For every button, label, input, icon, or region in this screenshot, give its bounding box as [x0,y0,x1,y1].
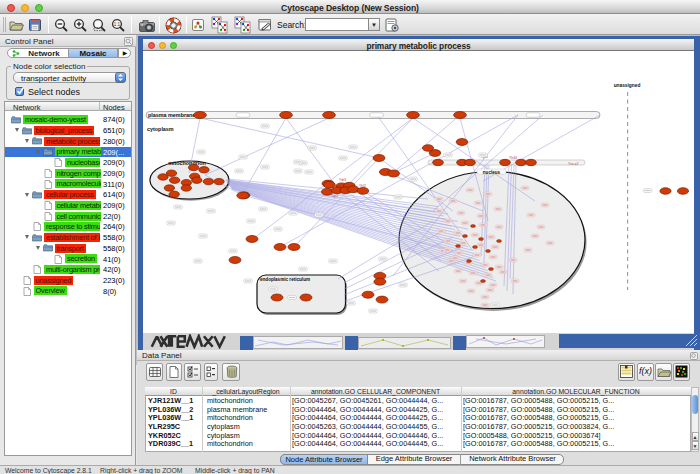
svg-text:Yxx-x2: Yxx-x2 [568,162,578,166]
svg-text:cytoplasm: cytoplasm [147,126,174,132]
svg-text:1:1: 1:1 [114,22,121,27]
svg-text:plasma membrane: plasma membrane [148,112,195,118]
svg-text:Ydr3: Ydr3 [339,178,346,182]
svg-text:Ylr44: Ylr44 [509,156,517,160]
svg-text:unassigned: unassigned [614,83,641,88]
svg-text:endoplasmic reticulum: endoplasmic reticulum [260,277,310,282]
svg-text:mitochondrion: mitochondrion [168,160,206,166]
svg-text:Ygr1: Ygr1 [331,194,338,198]
svg-text:nucleus: nucleus [483,170,501,175]
